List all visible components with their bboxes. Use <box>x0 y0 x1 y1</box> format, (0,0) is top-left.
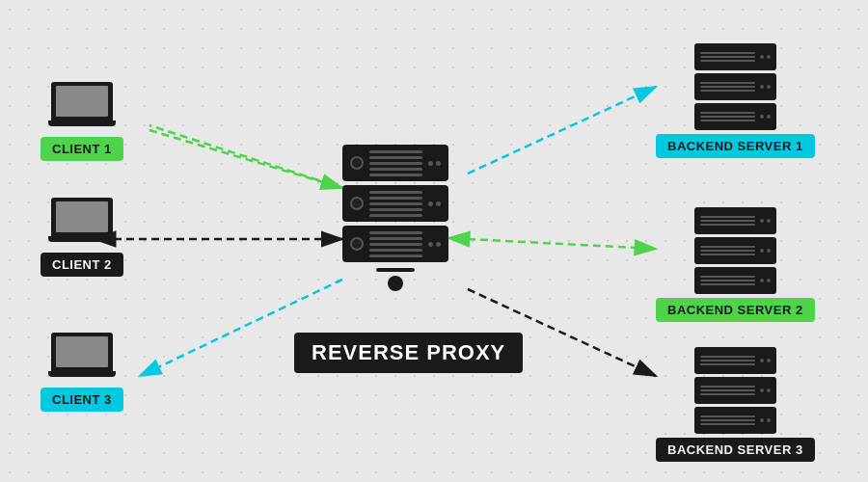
arrow-client1-request <box>149 130 342 188</box>
client2: CLIENT 2 <box>41 198 123 277</box>
backend2-label: BACKEND SERVER 2 <box>656 298 815 322</box>
client1: CLIENT 1 <box>41 82 123 161</box>
backend2-icon <box>694 207 776 294</box>
backend1-label: BACKEND SERVER 1 <box>656 134 815 158</box>
backend3-label: BACKEND SERVER 3 <box>656 438 815 462</box>
proxy-server-icon <box>342 145 448 291</box>
client3: CLIENT 3 <box>41 333 123 412</box>
client2-laptop-icon <box>48 198 116 248</box>
proxy-server <box>342 145 448 291</box>
backend1: BACKEND SERVER 1 <box>656 43 815 158</box>
backend2: BACKEND SERVER 2 <box>656 207 815 322</box>
client3-laptop-icon <box>48 333 116 383</box>
client3-label: CLIENT 3 <box>41 388 123 412</box>
reverse-proxy-text: REVERSE PROXY <box>294 333 523 373</box>
arrow-backend2 <box>468 239 656 249</box>
reverse-proxy-label: REVERSE PROXY <box>294 333 523 373</box>
client1-label: CLIENT 1 <box>41 137 123 161</box>
arrow-client1-response <box>149 125 342 188</box>
client1-laptop-icon <box>48 82 116 132</box>
backend3: BACKEND SERVER 3 <box>656 347 815 462</box>
client2-label: CLIENT 2 <box>41 253 123 277</box>
backend1-icon <box>694 43 776 130</box>
arrow-backend1 <box>468 87 656 174</box>
backend3-icon <box>694 347 776 434</box>
diagram: CLIENT 1 CLIENT 2 CLIENT 3 <box>0 0 868 482</box>
